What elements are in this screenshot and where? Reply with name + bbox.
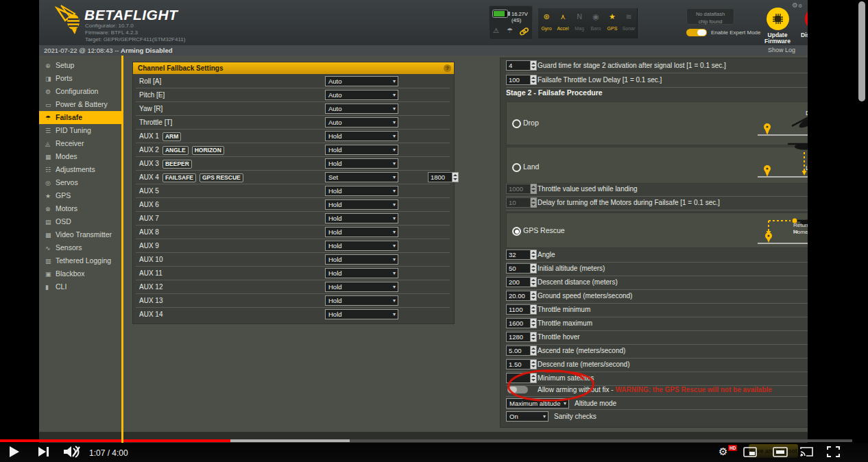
app-header: BETAFLIGHT Configurator: 10.7.0 Firmware… — [39, 0, 808, 46]
video-control-bar — [0, 443, 868, 462]
gps-input-throttle-minimum[interactable]: 1100 — [506, 304, 537, 315]
gps-input-throttle-minimum-spinner[interactable] — [531, 304, 537, 315]
gps-input-throttle-hover-spinner[interactable] — [531, 332, 537, 342]
gps-input-descent-distance-meters--spinner[interactable] — [531, 277, 537, 287]
gps-input-descent-distance-meters-[interactable]: 200 — [506, 277, 537, 287]
fallback-select-pitch-e-[interactable]: Auto▾ — [325, 90, 398, 100]
gps-input-angle[interactable]: 32 — [506, 250, 537, 260]
play-button[interactable] — [10, 446, 19, 457]
sidebar-item-tethered-logging[interactable]: ▥Tethered Logging — [39, 254, 122, 267]
sidebar-item-sensors[interactable]: ∿Sensors — [39, 241, 122, 254]
sidebar-item-ports[interactable]: ◨Ports — [39, 72, 122, 85]
sidebar-item-configuration[interactable]: ⚙Configuration — [39, 85, 122, 98]
gps-input-ascend-rate-meters-second--spinner[interactable] — [531, 345, 537, 356]
channel-label: AUX 11 — [139, 269, 162, 277]
gps-rescue-radio[interactable] — [512, 227, 521, 236]
drop-radio[interactable] — [512, 119, 521, 128]
miniplayer-button[interactable] — [743, 447, 757, 457]
row-divider — [506, 330, 808, 331]
row-divider — [136, 184, 450, 184]
land-radio[interactable] — [512, 163, 521, 172]
fallback-select-aux-5[interactable]: Hold▾ — [325, 186, 398, 196]
help-icon[interactable]: ? — [444, 64, 451, 72]
fallback-extra-value-spinner[interactable] — [453, 172, 459, 182]
show-log-button[interactable]: Show Log — [768, 45, 795, 56]
sensor-accel: ⋏Accel — [555, 8, 572, 38]
gps-input-ground-speed-meters-second-[interactable]: 20.00 — [506, 291, 537, 301]
sidebar-item-label: Receiver — [56, 139, 84, 147]
fallback-select-aux-7[interactable]: Hold▾ — [325, 213, 398, 223]
gps-input-angle-spinner[interactable] — [531, 250, 537, 260]
row-divider — [506, 210, 808, 210]
sidebar-item-setup[interactable]: ⊕Setup — [39, 59, 122, 72]
sanity-checks-select[interactable]: On▾ — [506, 411, 548, 422]
fallback-select-aux-6[interactable]: Hold▾ — [325, 199, 398, 210]
volume-muted-icon[interactable] — [63, 446, 81, 458]
fallback-select-aux-13[interactable]: Hold▾ — [325, 295, 398, 306]
fallback-select-aux-4[interactable]: Set▾ — [325, 172, 398, 182]
sidebar-item-label: Setup — [56, 61, 74, 69]
stage1-input-0-spinner[interactable] — [531, 60, 537, 71]
gps-input-throttle-hover[interactable]: 1280 — [506, 332, 537, 342]
fallback-select-yaw-r-[interactable]: Auto▾ — [325, 104, 398, 114]
expert-mode-toggle[interactable] — [686, 29, 707, 36]
sidebar-accent-line — [121, 56, 123, 443]
fallback-select-aux-3[interactable]: Hold▾ — [325, 158, 398, 169]
stage1-input-1-spinner[interactable] — [531, 75, 537, 85]
sidebar-item-receiver[interactable]: ◬Receiver — [39, 137, 122, 150]
land-input-0-spinner[interactable] — [531, 184, 537, 194]
row-divider — [136, 197, 450, 198]
fallback-select-aux-10[interactable]: Hold▾ — [325, 254, 398, 265]
disconnect-button[interactable] — [805, 8, 808, 30]
land-input-1[interactable]: 10 — [506, 197, 537, 208]
fallback-select-roll-a-[interactable]: Auto▾ — [325, 76, 398, 86]
channel-label: AUX 5 — [139, 187, 159, 195]
sidebar-item-servos[interactable]: ◎Servos — [39, 176, 122, 189]
sensor-label: Gyro — [538, 26, 555, 31]
update-firmware-button[interactable] — [767, 8, 789, 30]
settings-gears-icon[interactable]: ⚙⚙ — [792, 1, 802, 9]
fullscreen-button[interactable] — [827, 446, 840, 457]
fallback-select-aux-12[interactable]: Hold▾ — [325, 282, 398, 292]
sidebar-item-osd[interactable]: ▤OSD — [39, 215, 122, 228]
fallback-select-throttle-t-[interactable]: Auto▾ — [325, 117, 398, 127]
stage1-input-0[interactable]: 4 — [506, 60, 537, 71]
stage1-input-1[interactable]: 100 — [506, 75, 537, 85]
sidebar-item-video-transmitter[interactable]: ▩Video Transmitter — [39, 228, 122, 241]
next-button[interactable] — [38, 447, 51, 457]
fallback-extra-value[interactable]: 1800 — [428, 172, 459, 182]
gps-input-initial-altitude-meters-[interactable]: 50 — [506, 263, 537, 273]
gps-input-throttle-maximum-spinner[interactable] — [531, 318, 537, 328]
browser-scrollbar-thumb[interactable] — [858, 1, 865, 101]
sidebar-item-pid-tuning[interactable]: ☰PID Tuning — [39, 124, 122, 137]
gps-input-ground-speed-meters-second--spinner[interactable] — [531, 291, 537, 301]
gps-input-throttle-maximum[interactable]: 1600 — [506, 318, 537, 328]
fallback-select-aux-14[interactable]: Hold▾ — [325, 309, 398, 319]
sidebar-item-motors[interactable]: ⊗Motors — [39, 202, 122, 215]
sidebar-item-power-battery[interactable]: ▭Power & Battery — [39, 98, 122, 111]
fallback-extra-value-value: 1800 — [428, 172, 453, 182]
sidebar-item-cli[interactable]: ▮CLI — [39, 280, 122, 293]
fallback-select-aux-9[interactable]: Hold▾ — [325, 241, 398, 251]
land-input-0[interactable]: 1000 — [506, 184, 537, 194]
fallback-select-aux-2[interactable]: Hold▾ — [325, 145, 398, 155]
gps-input-initial-altitude-meters--spinner[interactable] — [531, 263, 537, 273]
fallback-select-aux-1[interactable]: Hold▾ — [325, 131, 398, 141]
chevron-down-icon: ▾ — [393, 159, 396, 169]
sidebar-item-gps[interactable]: ★GPS — [39, 189, 122, 202]
fallback-select-aux-8[interactable]: Hold▾ — [325, 227, 398, 237]
sensor-baro: ◉Baro — [588, 8, 605, 38]
fallback-select-yaw-r--value: Auto — [328, 105, 342, 112]
sidebar-item-failsafe[interactable]: ☂Failsafe — [39, 111, 123, 124]
land-input-1-spinner[interactable] — [531, 197, 537, 208]
sidebar-item-blackbox[interactable]: ▣Blackbox — [39, 267, 122, 280]
theater-mode-button[interactable] — [773, 447, 788, 457]
gps-input-angle-value: 32 — [506, 250, 531, 260]
cast-button[interactable] — [799, 446, 814, 457]
player-settings-gear-icon[interactable]: ⚙ — [719, 446, 727, 458]
fallback-select-aux-11[interactable]: Hold▾ — [325, 268, 398, 278]
sidebar-item-adjustments[interactable]: ☷Adjustments — [39, 163, 122, 176]
gps-input-ascend-rate-meters-second-[interactable]: 5.00 — [506, 345, 537, 356]
row-divider — [136, 170, 450, 171]
sidebar-item-modes[interactable]: ▦Modes — [39, 150, 122, 163]
